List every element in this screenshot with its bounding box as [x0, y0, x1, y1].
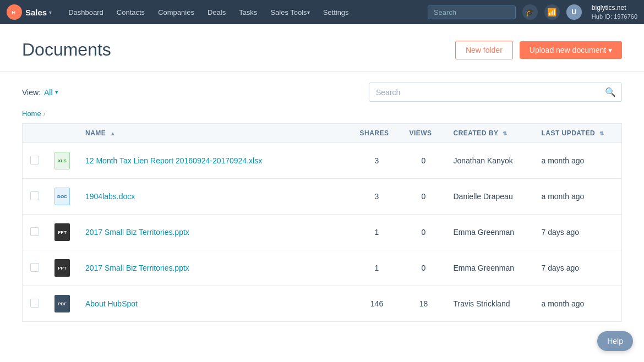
documents-table: NAME ▲ SHARES VIEWS CREATED BY ⇅ LAST UP… [22, 123, 622, 322]
col-header-views: VIEWS [402, 124, 446, 143]
content-area: View: All ▾ 🔍 Home › NAME ▲ SHARES [0, 72, 644, 333]
row-name-cell: 2017 Small Biz Territories.pptx [78, 250, 352, 286]
doc-link-3[interactable]: 2017 Small Biz Territories.pptx [85, 264, 189, 272]
view-selector-group: View: All ▾ [22, 88, 58, 97]
view-dropdown[interactable]: All ▾ [44, 88, 58, 97]
doc-link-4[interactable]: About HubSpot [85, 299, 138, 308]
header-actions: New folder Upload new document ▾ [455, 41, 622, 59]
breadcrumb-home[interactable]: Home [22, 109, 41, 118]
row-updated-cell: 7 days ago [534, 215, 622, 250]
row-created-cell: Danielle Drapeau [446, 179, 534, 215]
nav-item-settings[interactable]: Settings [316, 0, 356, 24]
row-views-cell: 0 [402, 143, 446, 179]
nav-item-companies[interactable]: Companies [151, 0, 201, 24]
row-checkbox-2[interactable] [30, 227, 39, 236]
table-row: DOC 1904labs.docx 3 0 Danielle Drapeau a… [23, 179, 622, 215]
row-shares-cell: 3 [352, 143, 402, 179]
row-updated-cell: a month ago [534, 286, 622, 322]
col-header-created[interactable]: CREATED BY ⇅ [446, 124, 534, 143]
row-views-cell: 18 [402, 286, 446, 322]
view-dropdown-arrow: ▾ [55, 89, 58, 96]
nav-item-dashboard[interactable]: Dashboard [62, 0, 110, 24]
col-header-name[interactable]: NAME ▲ [78, 124, 352, 143]
graduation-icon[interactable]: 🎓 [522, 4, 538, 20]
signal-icon[interactable]: 📶 [544, 4, 560, 20]
row-checkbox-1[interactable] [30, 191, 39, 200]
search-box: 🔍 [369, 83, 622, 102]
row-icon-cell: XLS [47, 143, 78, 179]
table-row: PPT 2017 Small Biz Territories.pptx 1 0 … [23, 215, 622, 250]
nav-item-tasks[interactable]: Tasks [232, 0, 264, 24]
table-row: XLS 12 Month Tax Lien Report 20160924-20… [23, 143, 622, 179]
col-header-shares: SHARES [352, 124, 402, 143]
row-shares-cell: 1 [352, 250, 402, 286]
row-created-cell: Jonathan Kanyok [446, 143, 534, 179]
row-checkbox-3[interactable] [30, 263, 39, 272]
view-label: View: [22, 88, 41, 97]
page-header: Documents New folder Upload new document… [0, 24, 644, 72]
file-icon-docx: DOC [54, 188, 70, 205]
search-input[interactable] [369, 84, 599, 101]
row-name-cell: 2017 Small Biz Territories.pptx [78, 215, 352, 250]
nav-search-input[interactable] [428, 6, 516, 19]
updated-sort-icon: ⇅ [599, 130, 604, 136]
nav-item-contacts[interactable]: Contacts [110, 0, 151, 24]
row-shares-cell: 146 [352, 286, 402, 322]
doc-link-0[interactable]: 12 Month Tax Lien Report 20160924-201709… [85, 156, 262, 165]
nav-item-sales-tools[interactable]: Sales Tools [264, 0, 316, 24]
nav-item-deals[interactable]: Deals [201, 0, 232, 24]
toolbar-row: View: All ▾ 🔍 [22, 83, 622, 102]
file-icon-pptx: PPT [54, 259, 70, 277]
col-header-check [23, 124, 47, 143]
row-shares-cell: 1 [352, 215, 402, 250]
row-created-cell: Emma Greenman [446, 250, 534, 286]
nav-icon-group: 🎓 📶 U biglytics.net Hub ID: 1976760 [522, 4, 637, 20]
row-name-cell: 12 Month Tax Lien Report 20160924-201709… [78, 143, 352, 179]
row-name-cell: 1904labs.docx [78, 179, 352, 215]
row-views-cell: 0 [402, 250, 446, 286]
row-icon-cell: PPT [47, 250, 78, 286]
search-button[interactable]: 🔍 [599, 83, 621, 101]
doc-link-2[interactable]: 2017 Small Biz Territories.pptx [85, 228, 189, 237]
row-shares-cell: 3 [352, 179, 402, 215]
svg-text:H: H [12, 9, 15, 15]
account-info: biglytics.net Hub ID: 1976760 [592, 4, 637, 20]
row-created-cell: Travis Strickland [446, 286, 534, 322]
row-views-cell: 0 [402, 179, 446, 215]
table-row: PDF About HubSpot 146 18 Travis Strickla… [23, 286, 622, 322]
row-views-cell: 0 [402, 215, 446, 250]
col-header-icon [47, 124, 78, 143]
row-created-cell: Emma Greenman [446, 215, 534, 250]
row-updated-cell: a month ago [534, 179, 622, 215]
row-icon-cell: PDF [47, 286, 78, 322]
doc-link-1[interactable]: 1904labs.docx [85, 192, 135, 201]
table-header-row: NAME ▲ SHARES VIEWS CREATED BY ⇅ LAST UP… [23, 124, 622, 143]
avatar[interactable]: U [566, 4, 582, 20]
top-navigation: H Sales ▾ Dashboard Contacts Companies D… [0, 0, 644, 24]
created-sort-icon: ⇅ [503, 130, 507, 136]
col-header-updated[interactable]: LAST UPDATED ⇅ [534, 124, 622, 143]
breadcrumb-separator: › [43, 110, 46, 118]
file-icon-pptx: PPT [54, 223, 70, 241]
row-updated-cell: 7 days ago [534, 250, 622, 286]
table-row: PPT 2017 Small Biz Territories.pptx 1 0 … [23, 250, 622, 286]
nav-brand-label[interactable]: Sales [25, 8, 47, 17]
row-updated-cell: a month ago [534, 143, 622, 179]
new-folder-button[interactable]: New folder [455, 41, 513, 59]
hubspot-logo[interactable]: H [7, 4, 22, 20]
upload-document-button[interactable]: Upload new document ▾ [520, 41, 622, 59]
file-icon-pdf: PDF [54, 295, 70, 312]
row-checkbox-cell [23, 143, 47, 179]
row-name-cell: About HubSpot [78, 286, 352, 322]
breadcrumb: Home › [22, 109, 622, 118]
name-sort-icon: ▲ [110, 130, 116, 136]
file-icon-xlsx: XLS [54, 152, 70, 169]
row-checkbox-0[interactable] [30, 156, 39, 164]
row-checkbox-4[interactable] [30, 299, 39, 308]
row-checkbox-cell [23, 286, 47, 322]
row-checkbox-cell [23, 215, 47, 250]
nav-brand-arrow[interactable]: ▾ [49, 9, 52, 15]
page-title: Documents [22, 40, 111, 60]
row-icon-cell: DOC [47, 179, 78, 215]
row-icon-cell: PPT [47, 215, 78, 250]
